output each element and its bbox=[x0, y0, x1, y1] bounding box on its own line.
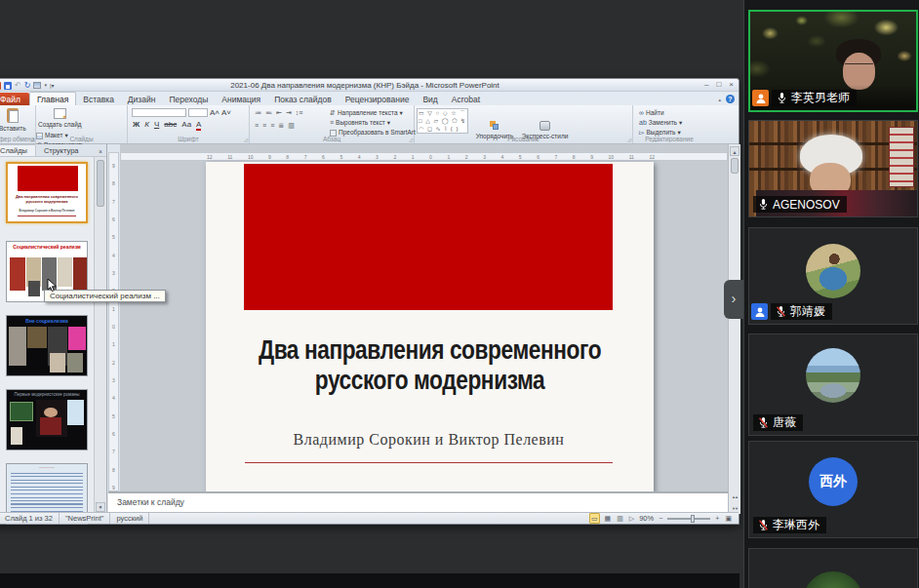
zoom-in-icon[interactable]: + bbox=[714, 514, 720, 523]
mic-muted-icon bbox=[776, 305, 786, 318]
font-name-input[interactable] bbox=[132, 108, 186, 117]
reading-view-button[interactable]: ▥ bbox=[616, 514, 624, 523]
redo-icon[interactable]: ↻ bbox=[24, 82, 31, 90]
theme-name[interactable]: "NewsPrint" bbox=[60, 513, 111, 524]
tab-insert[interactable]: Вставка bbox=[76, 93, 121, 105]
next-slide-button[interactable]: ▼▼ bbox=[732, 506, 738, 511]
slides-panel-close-icon[interactable]: × bbox=[95, 148, 106, 156]
align-text-icon: ≡ bbox=[330, 119, 334, 127]
participant-tile-3[interactable]: 郭靖媛 bbox=[748, 227, 918, 325]
title-bar[interactable]: ↶ ↻ ▾ |▾ 2021-06 Два направления модерни… bbox=[0, 79, 739, 92]
align-center-icon[interactable]: ≡ bbox=[262, 122, 266, 130]
participant-tile-2[interactable]: AGENOSOV bbox=[748, 120, 918, 217]
tab-review[interactable]: Рецензирование bbox=[339, 93, 417, 105]
collapse-ribbon-icon[interactable]: ▴ bbox=[718, 97, 721, 102]
qat-customize-icon[interactable]: |▾ bbox=[50, 83, 55, 89]
close-button[interactable]: × bbox=[729, 79, 734, 91]
text-direction-button[interactable]: ⇵Направление текста ▾ bbox=[330, 109, 416, 117]
bold-button[interactable]: Ж bbox=[133, 120, 140, 129]
grow-font-icon[interactable]: А˄ bbox=[210, 108, 220, 117]
zoom-out-icon[interactable]: − bbox=[658, 514, 663, 523]
slide-subtitle[interactable]: Владимир Сорокин и Виктор Пелевин bbox=[245, 431, 613, 449]
decrease-indent-icon[interactable]: ⇤ bbox=[276, 109, 282, 117]
tab-acrobat[interactable]: Acrobat bbox=[445, 93, 487, 105]
replace-button[interactable]: abЗаменить ▾ bbox=[639, 119, 682, 127]
zoom-slider[interactable] bbox=[667, 518, 710, 520]
status-bar-right: ▭ ▦ ▥ ▷ 90% − + ▣ bbox=[589, 513, 739, 524]
save-icon[interactable] bbox=[4, 82, 12, 90]
slideshow-view-button[interactable]: ▷ bbox=[628, 514, 635, 523]
fit-to-window-icon[interactable]: ▣ bbox=[724, 514, 733, 523]
notes-pane[interactable]: Заметки к слайду bbox=[108, 491, 728, 514]
slide-navigation-buttons: ▲▲ ▼▼ bbox=[728, 491, 740, 514]
change-case-button[interactable]: Аа bbox=[181, 120, 191, 129]
font-size-input[interactable] bbox=[188, 108, 208, 117]
tab-transitions[interactable]: Переходы bbox=[162, 93, 215, 105]
video-panel-toggle[interactable]: › bbox=[724, 280, 743, 319]
participant-tile-1[interactable]: 李英男老师 bbox=[748, 10, 918, 112]
mic-muted-icon bbox=[758, 416, 769, 429]
font-dialog-launcher[interactable]: ◿ bbox=[244, 137, 248, 142]
align-text-button[interactable]: ≡Выровнять текст ▾ bbox=[330, 119, 416, 127]
shapes-gallery[interactable]: ▭ ▽ ○ ◇ ☆ ⌒ □ △ ▱ ◯ ⬠ ↯ ◠ ◻ ∿ ⌇ { } bbox=[417, 108, 468, 134]
find-button[interactable]: ∞Найти bbox=[639, 109, 682, 117]
new-slide-button[interactable]: Создать слайд bbox=[38, 108, 82, 128]
drawing-dialog-launcher[interactable]: ◿ bbox=[627, 137, 631, 142]
find-icon: ∞ bbox=[639, 109, 644, 117]
slide-scrollbar-thumb[interactable] bbox=[731, 158, 739, 174]
horizontal-ruler: 1211109876543210123456789101112 bbox=[120, 152, 728, 161]
language-indicator[interactable]: русский bbox=[110, 513, 149, 524]
align-left-icon[interactable]: ≡ bbox=[255, 122, 259, 130]
ribbon-group-paragraph: ≔ ≕ ⇤ ⇥ ↕≡ ≡ ≡ ≡ ≣ ▥ ⇵Направление текста… bbox=[250, 105, 415, 143]
participant-tile-5[interactable]: 西外 李琳西外 bbox=[748, 441, 918, 538]
tab-design[interactable]: Дизайн bbox=[121, 93, 163, 105]
strikethrough-button[interactable]: abc bbox=[164, 120, 177, 129]
slide-sorter-view-button[interactable]: ▦ bbox=[604, 514, 613, 523]
bullets-icon[interactable]: ≔ bbox=[255, 109, 261, 117]
slide-editing-area[interactable]: Два направления современного русского мо… bbox=[206, 162, 654, 491]
slide-thumbnail-3[interactable]: Вне соцреализма bbox=[6, 315, 88, 376]
tab-slides-thumbnails[interactable]: Слайды bbox=[0, 144, 36, 156]
horizontal-ruler-numbers: 1211109876543210123456789101112 bbox=[207, 154, 655, 160]
italic-button[interactable]: К bbox=[144, 120, 149, 129]
slideshow-icon[interactable] bbox=[33, 82, 41, 89]
slide-thumbnail-1[interactable]: Два направления современного русского мо… bbox=[6, 162, 88, 223]
tab-file[interactable]: Файл bbox=[0, 93, 29, 105]
normal-view-button[interactable]: ▭ bbox=[589, 513, 600, 524]
replace-icon: ab bbox=[639, 119, 647, 127]
qat-dropdown-icon[interactable]: ▾ bbox=[44, 83, 47, 88]
help-icon[interactable]: ? bbox=[726, 95, 735, 103]
slides-panel-scrollbar[interactable]: ▼ bbox=[94, 157, 106, 514]
shrink-font-icon[interactable]: А˅ bbox=[221, 108, 231, 117]
tab-animations[interactable]: Анимация bbox=[215, 93, 267, 105]
zoom-level: 90% bbox=[639, 514, 654, 523]
tab-slideshow[interactable]: Показ слайдов bbox=[267, 93, 339, 105]
increase-indent-icon[interactable]: ⇥ bbox=[286, 109, 292, 117]
participant-tile-6[interactable] bbox=[748, 548, 918, 588]
tab-outline[interactable]: Структура bbox=[36, 145, 87, 156]
justify-icon[interactable]: ≣ bbox=[278, 122, 284, 130]
undo-icon[interactable]: ↶ bbox=[15, 82, 21, 90]
previous-slide-button[interactable]: ▲▲ bbox=[732, 494, 738, 499]
columns-icon[interactable]: ▥ bbox=[288, 122, 295, 130]
font-color-button[interactable]: А bbox=[196, 120, 201, 131]
participant-tile-4[interactable]: 唐薇 bbox=[748, 333, 918, 436]
tab-home[interactable]: Главная bbox=[29, 92, 76, 105]
align-right-icon[interactable]: ≡ bbox=[270, 122, 274, 130]
slides-panel-scrollbar-thumb[interactable] bbox=[97, 160, 104, 207]
scroll-up-icon[interactable]: ▲ bbox=[730, 146, 739, 156]
underline-button[interactable]: Ч bbox=[154, 120, 159, 129]
tab-view[interactable]: Вид bbox=[416, 93, 444, 105]
numbering-icon[interactable]: ≕ bbox=[265, 109, 272, 117]
line-spacing-icon[interactable]: ↕≡ bbox=[296, 109, 303, 117]
slide-red-rectangle[interactable] bbox=[244, 164, 613, 310]
restore-button[interactable]: □ bbox=[716, 79, 721, 91]
paragraph-dialog-launcher[interactable]: ◿ bbox=[409, 137, 413, 142]
slides-panel-scroll-down-icon[interactable]: ▼ bbox=[96, 502, 105, 512]
slide-title[interactable]: Два направления современного русского мо… bbox=[250, 335, 610, 396]
clipboard-dialog-launcher[interactable]: ◿ bbox=[30, 137, 34, 142]
paste-button[interactable]: Вставить bbox=[0, 108, 26, 132]
slide-thumbnail-4[interactable]: Первые модернистские романы bbox=[6, 389, 88, 451]
minimize-button[interactable]: – bbox=[704, 79, 708, 91]
zoom-slider-knob[interactable] bbox=[691, 515, 695, 523]
